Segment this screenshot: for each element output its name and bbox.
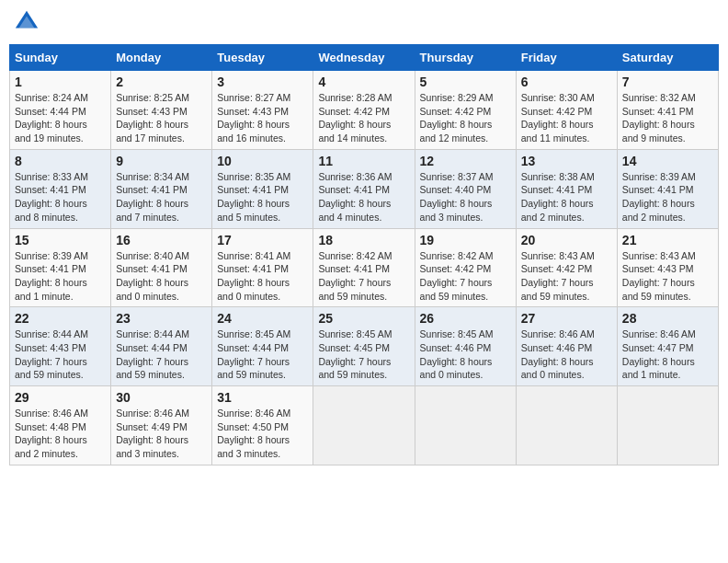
day-number: 11 xyxy=(318,154,409,168)
day-number: 8 xyxy=(15,154,106,168)
logo-icon xyxy=(14,9,40,35)
day-detail: Sunrise: 8:34 AMSunset: 4:41 PMDaylight:… xyxy=(116,170,207,224)
day-detail: Sunrise: 8:41 AMSunset: 4:41 PMDaylight:… xyxy=(217,249,308,304)
day-number: 29 xyxy=(15,390,106,405)
day-header: Thursday xyxy=(415,45,516,71)
day-detail: Sunrise: 8:29 AMSunset: 4:42 PMDaylight:… xyxy=(420,91,511,145)
calendar-day-cell: 23 Sunrise: 8:44 AMSunset: 4:44 PMDaylig… xyxy=(111,307,212,386)
calendar-day-cell: 20 Sunrise: 8:43 AMSunset: 4:42 PMDaylig… xyxy=(516,228,617,307)
day-detail: Sunrise: 8:27 AMSunset: 4:43 PMDaylight:… xyxy=(217,91,308,145)
day-detail: Sunrise: 8:46 AMSunset: 4:50 PMDaylight:… xyxy=(217,407,308,461)
day-number: 12 xyxy=(420,154,511,168)
calendar-day-cell: 12 Sunrise: 8:37 AMSunset: 4:40 PMDaylig… xyxy=(415,149,516,228)
day-detail: Sunrise: 8:24 AMSunset: 4:44 PMDaylight:… xyxy=(15,91,106,145)
day-number: 2 xyxy=(116,75,207,89)
day-number: 25 xyxy=(318,311,409,326)
day-header: Monday xyxy=(111,45,212,71)
day-detail: Sunrise: 8:32 AMSunset: 4:41 PMDaylight:… xyxy=(622,91,713,145)
day-number: 13 xyxy=(521,154,612,168)
day-number: 9 xyxy=(116,154,207,168)
day-header: Friday xyxy=(516,45,617,71)
day-number: 5 xyxy=(420,75,511,89)
calendar-day-cell: 29 Sunrise: 8:46 AMSunset: 4:48 PMDaylig… xyxy=(10,386,111,465)
day-number: 27 xyxy=(521,311,612,326)
day-number: 6 xyxy=(521,75,612,89)
day-header: Wednesday xyxy=(313,45,415,71)
day-header: Sunday xyxy=(10,45,111,71)
day-detail: Sunrise: 8:28 AMSunset: 4:42 PMDaylight:… xyxy=(318,91,409,145)
calendar-day-cell: 21 Sunrise: 8:43 AMSunset: 4:43 PMDaylig… xyxy=(617,228,718,307)
calendar-day-cell: 18 Sunrise: 8:42 AMSunset: 4:41 PMDaylig… xyxy=(313,228,415,307)
calendar-day-cell: 16 Sunrise: 8:40 AMSunset: 4:41 PMDaylig… xyxy=(111,228,212,307)
day-detail: Sunrise: 8:39 AMSunset: 4:41 PMDaylight:… xyxy=(15,249,106,304)
calendar-day-cell: 14 Sunrise: 8:39 AMSunset: 4:41 PMDaylig… xyxy=(617,149,718,228)
day-detail: Sunrise: 8:42 AMSunset: 4:41 PMDaylight:… xyxy=(318,249,409,304)
calendar-day-cell: 9 Sunrise: 8:34 AMSunset: 4:41 PMDayligh… xyxy=(111,149,212,228)
page-header xyxy=(9,9,719,35)
calendar-day-cell: 31 Sunrise: 8:46 AMSunset: 4:50 PMDaylig… xyxy=(212,386,313,465)
day-detail: Sunrise: 8:44 AMSunset: 4:44 PMDaylight:… xyxy=(116,327,207,382)
day-detail: Sunrise: 8:46 AMSunset: 4:48 PMDaylight:… xyxy=(15,407,106,461)
calendar-day-cell: 4 Sunrise: 8:28 AMSunset: 4:42 PMDayligh… xyxy=(313,71,415,150)
day-number: 15 xyxy=(15,233,106,247)
calendar-day-cell: 15 Sunrise: 8:39 AMSunset: 4:41 PMDaylig… xyxy=(10,228,111,307)
calendar-day-cell: 22 Sunrise: 8:44 AMSunset: 4:43 PMDaylig… xyxy=(10,307,111,386)
day-number: 30 xyxy=(116,390,207,405)
day-number: 26 xyxy=(420,311,511,326)
calendar-day-cell: 2 Sunrise: 8:25 AMSunset: 4:43 PMDayligh… xyxy=(111,71,212,150)
day-detail: Sunrise: 8:38 AMSunset: 4:41 PMDaylight:… xyxy=(521,170,612,224)
calendar-day-cell: 17 Sunrise: 8:41 AMSunset: 4:41 PMDaylig… xyxy=(212,228,313,307)
day-number: 24 xyxy=(217,311,308,326)
day-detail: Sunrise: 8:44 AMSunset: 4:43 PMDaylight:… xyxy=(15,327,106,382)
day-number: 1 xyxy=(15,75,106,89)
day-detail: Sunrise: 8:40 AMSunset: 4:41 PMDaylight:… xyxy=(116,249,207,304)
day-header: Tuesday xyxy=(212,45,313,71)
calendar-day-cell: 1 Sunrise: 8:24 AMSunset: 4:44 PMDayligh… xyxy=(10,71,111,150)
logo xyxy=(14,9,43,35)
day-number: 31 xyxy=(217,390,308,405)
calendar-day-cell xyxy=(617,386,718,465)
day-number: 7 xyxy=(622,75,713,89)
day-number: 14 xyxy=(622,154,713,168)
day-number: 20 xyxy=(521,233,612,247)
calendar-week-row: 8 Sunrise: 8:33 AMSunset: 4:41 PMDayligh… xyxy=(10,149,719,228)
calendar-day-cell: 19 Sunrise: 8:42 AMSunset: 4:42 PMDaylig… xyxy=(415,228,516,307)
calendar-day-cell: 6 Sunrise: 8:30 AMSunset: 4:42 PMDayligh… xyxy=(516,71,617,150)
calendar-week-row: 15 Sunrise: 8:39 AMSunset: 4:41 PMDaylig… xyxy=(10,228,719,307)
calendar-day-cell xyxy=(415,386,516,465)
day-detail: Sunrise: 8:36 AMSunset: 4:41 PMDaylight:… xyxy=(318,170,409,224)
day-number: 18 xyxy=(318,233,409,247)
day-detail: Sunrise: 8:45 AMSunset: 4:44 PMDaylight:… xyxy=(217,327,308,382)
calendar-week-row: 29 Sunrise: 8:46 AMSunset: 4:48 PMDaylig… xyxy=(10,386,719,465)
day-number: 19 xyxy=(420,233,511,247)
day-detail: Sunrise: 8:39 AMSunset: 4:41 PMDaylight:… xyxy=(622,170,713,224)
day-detail: Sunrise: 8:46 AMSunset: 4:47 PMDaylight:… xyxy=(622,327,713,382)
day-number: 10 xyxy=(217,154,308,168)
calendar-day-cell: 25 Sunrise: 8:45 AMSunset: 4:45 PMDaylig… xyxy=(313,307,415,386)
day-detail: Sunrise: 8:46 AMSunset: 4:49 PMDaylight:… xyxy=(116,407,207,461)
calendar-day-cell: 11 Sunrise: 8:36 AMSunset: 4:41 PMDaylig… xyxy=(313,149,415,228)
calendar-day-cell: 3 Sunrise: 8:27 AMSunset: 4:43 PMDayligh… xyxy=(212,71,313,150)
calendar-day-cell: 13 Sunrise: 8:38 AMSunset: 4:41 PMDaylig… xyxy=(516,149,617,228)
day-number: 23 xyxy=(116,311,207,326)
calendar-day-cell: 5 Sunrise: 8:29 AMSunset: 4:42 PMDayligh… xyxy=(415,71,516,150)
day-detail: Sunrise: 8:42 AMSunset: 4:42 PMDaylight:… xyxy=(420,249,511,304)
calendar-day-cell: 8 Sunrise: 8:33 AMSunset: 4:41 PMDayligh… xyxy=(10,149,111,228)
day-detail: Sunrise: 8:43 AMSunset: 4:42 PMDaylight:… xyxy=(521,249,612,304)
day-detail: Sunrise: 8:37 AMSunset: 4:40 PMDaylight:… xyxy=(420,170,511,224)
day-number: 4 xyxy=(318,75,409,89)
day-detail: Sunrise: 8:33 AMSunset: 4:41 PMDaylight:… xyxy=(15,170,106,224)
calendar-day-cell: 28 Sunrise: 8:46 AMSunset: 4:47 PMDaylig… xyxy=(617,307,718,386)
calendar-day-cell: 27 Sunrise: 8:46 AMSunset: 4:46 PMDaylig… xyxy=(516,307,617,386)
calendar-table: SundayMondayTuesdayWednesdayThursdayFrid… xyxy=(9,44,719,465)
day-detail: Sunrise: 8:45 AMSunset: 4:46 PMDaylight:… xyxy=(420,327,511,382)
day-detail: Sunrise: 8:25 AMSunset: 4:43 PMDaylight:… xyxy=(116,91,207,145)
day-detail: Sunrise: 8:30 AMSunset: 4:42 PMDaylight:… xyxy=(521,91,612,145)
calendar-day-cell: 26 Sunrise: 8:45 AMSunset: 4:46 PMDaylig… xyxy=(415,307,516,386)
calendar-header-row: SundayMondayTuesdayWednesdayThursdayFrid… xyxy=(10,45,719,71)
day-detail: Sunrise: 8:43 AMSunset: 4:43 PMDaylight:… xyxy=(622,249,713,304)
day-number: 28 xyxy=(622,311,713,326)
day-detail: Sunrise: 8:35 AMSunset: 4:41 PMDaylight:… xyxy=(217,170,308,224)
day-number: 21 xyxy=(622,233,713,247)
day-detail: Sunrise: 8:46 AMSunset: 4:46 PMDaylight:… xyxy=(521,327,612,382)
